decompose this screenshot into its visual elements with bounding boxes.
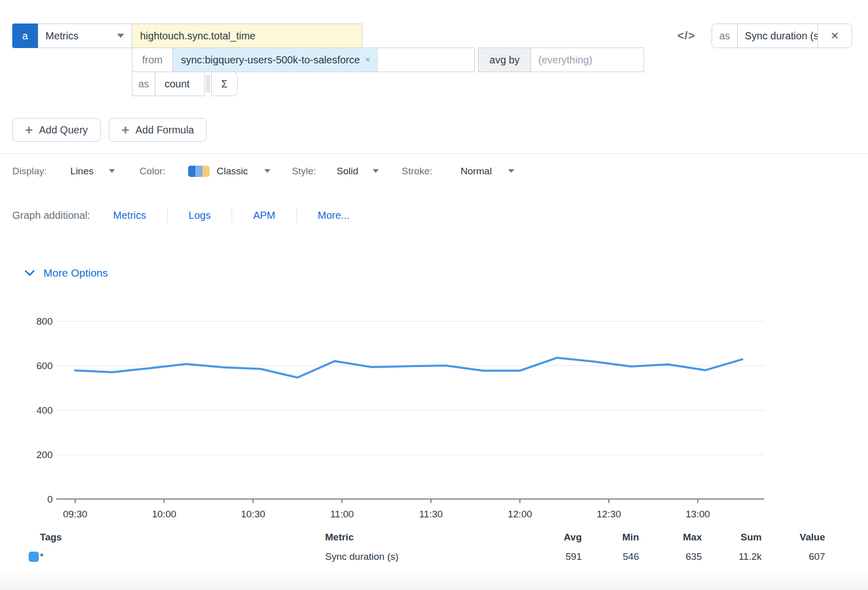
y-axis-tick-label: 400 (36, 405, 53, 416)
query-row-main: a Metrics </> as Sync duration (s) ✕ (12, 24, 856, 48)
bottom-fade (0, 570, 868, 590)
group-by-input[interactable] (538, 54, 636, 66)
series-color-swatch (29, 552, 39, 562)
query-builder: a Metrics </> as Sync duration (s) ✕ fro… (12, 24, 856, 96)
x-axis-tick-label: 11:00 (330, 509, 354, 519)
graph-additional-metrics-link[interactable]: Metrics (92, 210, 167, 221)
code-editor-icon[interactable]: </> (677, 29, 695, 42)
x-axis-tick-label: 13:00 (686, 509, 710, 519)
rollup-dropdown[interactable]: count (155, 72, 205, 96)
y-axis-tick-label: 600 (36, 360, 53, 371)
add-query-label: Add Query (39, 124, 88, 136)
plus-icon: + (122, 123, 129, 137)
chevron-down-icon[interactable] (508, 169, 514, 173)
series-avg: 591 (524, 551, 582, 562)
style-dropdown[interactable]: Solid (336, 166, 358, 177)
from-label: from (132, 48, 173, 72)
legend-header-avg: Avg (524, 532, 582, 543)
query-row-from: from sync:bigquery-users-500k-to-salesfo… (12, 48, 856, 72)
y-axis-tick-label: 0 (47, 494, 53, 505)
legend-table: Tags Metric Avg Min Max Sum Value * Sync… (0, 529, 868, 568)
x-axis-tick-label: 10:00 (152, 509, 176, 519)
indent (12, 72, 132, 96)
graph-additional-bar: Graph additional: Metrics Logs APM More.… (12, 208, 856, 223)
legend-header-row: Tags Metric Avg Min Max Sum Value (0, 529, 868, 546)
add-formula-label: Add Formula (135, 124, 194, 136)
sigma-function-button[interactable]: Σ (211, 72, 238, 96)
stroke-label: Stroke: (402, 166, 432, 177)
display-label: Display: (12, 166, 47, 177)
chevron-down-icon[interactable] (109, 169, 115, 173)
metric-query-editor: a Metrics </> as Sync duration (s) ✕ fro… (0, 0, 868, 590)
drag-handle[interactable] (206, 75, 210, 93)
data-source-dropdown[interactable]: Metrics (38, 24, 132, 48)
graph-additional-label: Graph additional: (12, 210, 90, 221)
legend-series-row[interactable]: * Sync duration (s) 591 546 635 11.2k 60… (0, 546, 868, 568)
x-axis-tick-label: 12:30 (597, 509, 621, 519)
chart-svg: 020040060080009:3010:0010:3011:0011:3012… (20, 286, 767, 525)
chevron-down-icon (117, 34, 124, 38)
alias-input[interactable]: Sync duration (s) (738, 24, 818, 48)
metric-name-field[interactable] (131, 24, 362, 48)
x-axis-tick-label: 12:00 (508, 509, 532, 519)
graph-additional-more-link[interactable]: More... (297, 210, 371, 221)
palette-color-2 (195, 166, 202, 177)
more-options-label: More Options (43, 267, 108, 279)
group-by-field[interactable] (531, 48, 644, 72)
plus-icon: + (25, 123, 33, 137)
add-formula-button[interactable]: + Add Formula (109, 118, 207, 142)
style-label: Style: (292, 166, 316, 177)
display-type-dropdown[interactable]: Lines (71, 166, 94, 177)
legend-header-metric: Metric (325, 532, 524, 543)
legend-header-value: Value (762, 532, 825, 543)
chevron-down-icon[interactable] (373, 169, 379, 173)
metric-name-input[interactable] (140, 30, 354, 42)
x-axis-tick-label: 11:30 (419, 509, 443, 519)
legend-header-tags: Tags (40, 532, 325, 543)
aggregator-button[interactable]: avg by (478, 48, 531, 72)
series-line (75, 358, 742, 378)
query-actions: + Add Query + Add Formula (12, 118, 856, 142)
series-tags: * (40, 551, 325, 562)
y-axis-tick-label: 800 (36, 316, 53, 327)
chevron-down-icon[interactable] (264, 169, 270, 173)
series-metric: Sync duration (s) (325, 551, 524, 562)
series-max: 635 (639, 551, 702, 562)
more-options-toggle[interactable]: More Options (25, 267, 856, 279)
filter-tag[interactable]: sync:bigquery-users-500k-to-salesforce × (173, 48, 378, 72)
legend-header-min: Min (582, 532, 639, 543)
alias-as-label: as (712, 24, 738, 48)
series-sum: 11.2k (702, 551, 762, 562)
display-options-bar: Display: Lines Color: Classic Style: Sol… (0, 153, 868, 181)
query-row-as: as count Σ (12, 72, 856, 96)
query-letter-badge: a (12, 24, 38, 48)
color-palette-swatch[interactable] (188, 166, 210, 177)
add-query-button[interactable]: + Add Query (12, 118, 101, 142)
chevron-down-icon (25, 270, 35, 276)
as-label: as (132, 72, 155, 96)
filter-field[interactable]: sync:bigquery-users-500k-to-salesforce × (172, 48, 475, 72)
color-scheme-dropdown[interactable]: Classic (217, 166, 248, 177)
data-source-label: Metrics (45, 30, 78, 42)
graph-additional-apm-link[interactable]: APM (232, 210, 296, 221)
indent (12, 48, 132, 72)
series-min: 546 (582, 551, 639, 562)
palette-color-3 (202, 166, 210, 177)
legend-header-max: Max (639, 532, 702, 543)
series-value: 607 (762, 551, 825, 562)
filter-tag-text: sync:bigquery-users-500k-to-salesforce (181, 54, 360, 66)
graph-additional-logs-link[interactable]: Logs (168, 210, 232, 221)
x-axis-tick-label: 10:30 (241, 509, 265, 519)
stroke-dropdown[interactable]: Normal (461, 166, 492, 177)
legend-header-sum: Sum (702, 532, 762, 543)
y-axis-tick-label: 200 (36, 449, 53, 460)
timeseries-chart[interactable]: 020040060080009:3010:0010:3011:0011:3012… (20, 286, 856, 527)
color-label: Color: (140, 166, 166, 177)
alias-group: as Sync duration (s) ✕ (712, 24, 852, 48)
spacer (362, 24, 677, 48)
x-axis-tick-label: 09:30 (63, 509, 87, 519)
remove-tag-icon[interactable]: × (365, 55, 370, 65)
close-icon[interactable]: ✕ (818, 24, 852, 48)
palette-color-1 (188, 166, 195, 177)
